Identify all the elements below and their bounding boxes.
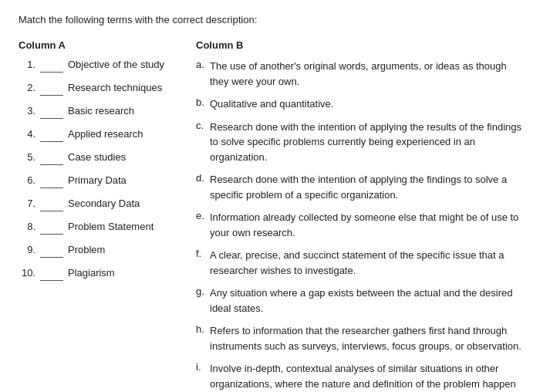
column-b-header: Column B [196,39,521,51]
column-a-items: 1.Objective of the study2.Research techn… [19,59,196,282]
col-b-text: The use of another's original words, arg… [210,59,521,89]
col-a-number: 10. [19,267,35,279]
col-b-item: g.Any situation where a gap exists betwe… [196,286,521,316]
col-b-letter: c. [196,120,210,131]
col-b-letter: e. [196,210,210,221]
col-a-blank-line[interactable] [40,188,63,188]
col-b-letter: i. [196,361,210,373]
col-b-letter: h. [196,323,210,335]
col-a-item: 6.Primary Data [19,174,196,190]
col-a-blank-line[interactable] [40,72,63,73]
col-b-item: i.Involve in-depth, contextual analyses … [196,361,521,392]
col-b-item: b.Qualitative and quantitative. [196,96,521,112]
col-b-item: e.Information already collected by someo… [196,210,521,240]
col-b-letter: g. [196,286,210,297]
col-a-item: 9.Problem [19,244,196,259]
column-b-items: a.The use of another's original words, a… [196,59,521,392]
col-a-number: 7. [19,198,35,209]
col-a-blank-line[interactable] [40,141,63,142]
col-b-text: Research done with the intention of appl… [210,172,521,202]
col-a-item: 10.Plagiarism [19,267,196,282]
col-a-label: Primary Data [68,174,127,186]
col-a-label: Applied research [68,128,143,140]
col-b-letter: f. [196,248,210,259]
col-a-number: 6. [19,174,35,186]
col-b-letter: a. [196,59,210,70]
col-a-label: Research techniques [68,82,162,93]
col-a-label: Secondary Data [68,198,140,209]
col-b-text: Any situation where a gap exists between… [210,286,521,316]
col-a-blank-line[interactable] [40,164,63,165]
col-b-item: a.The use of another's original words, a… [196,59,521,89]
col-b-item: c.Research done with the intention of ap… [196,120,521,165]
col-a-blank-line[interactable] [40,234,63,235]
col-a-item: 1.Objective of the study [19,59,196,74]
col-b-text: A clear, precise, and succinct statement… [210,248,521,278]
col-b-item: h.Refers to information that the researc… [196,323,521,353]
col-a-item: 3.Basic research [19,105,196,120]
col-a-number: 8. [19,221,35,232]
col-b-text: Involve in-depth, contextual analyses of… [210,361,521,392]
column-a-header: Column A [19,39,196,51]
col-a-label: Case studies [68,151,126,163]
col-a-number: 3. [19,105,35,117]
col-b-text: Research done with the intention of appl… [210,120,521,165]
col-a-item: 5.Case studies [19,151,196,167]
col-b-item: d.Research done with the intention of ap… [196,172,521,202]
col-a-number: 1. [19,59,35,70]
col-a-blank-line[interactable] [40,95,63,96]
column-a: Column A 1.Objective of the study2.Resea… [19,39,196,290]
col-b-text: Information already collected by someone… [210,210,521,240]
col-a-blank-line[interactable] [40,118,63,119]
column-b: Column B a.The use of another's original… [196,39,521,392]
col-a-number: 9. [19,244,35,255]
col-a-blank-line[interactable] [40,257,63,258]
col-a-item: 4.Applied research [19,128,196,144]
col-a-label: Problem Statement [68,221,154,232]
col-a-blank-line[interactable] [40,211,63,211]
col-b-text: Refers to information that the researche… [210,323,521,353]
col-a-blank-line[interactable] [40,280,63,281]
col-a-label: Plagiarism [68,267,115,279]
col-a-item: 7.Secondary Data [19,198,196,213]
col-a-label: Basic research [68,105,134,117]
col-b-text: Qualitative and quantitative. [210,96,333,112]
col-a-number: 4. [19,128,35,140]
col-b-letter: d. [196,172,210,184]
col-a-item: 8.Problem Statement [19,221,196,236]
col-a-number: 5. [19,151,35,163]
col-a-label: Problem [68,244,105,255]
columns-wrapper: Column A 1.Objective of the study2.Resea… [19,39,521,392]
col-a-item: 2.Research techniques [19,82,196,97]
instruction-text: Match the following terms with the corre… [19,14,521,25]
col-a-label: Objective of the study [68,59,164,70]
col-b-letter: b. [196,96,210,108]
col-b-item: f.A clear, precise, and succinct stateme… [196,248,521,278]
col-a-number: 2. [19,82,35,93]
